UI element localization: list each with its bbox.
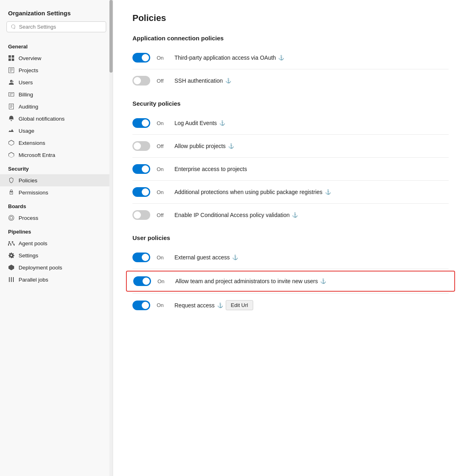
- sidebar-item-agent-pools[interactable]: Agent pools: [0, 237, 113, 249]
- sidebar-item-permissions[interactable]: Permissions: [0, 186, 113, 198]
- sidebar-item-extensions[interactable]: Extensions: [0, 137, 113, 149]
- section-header-security: Security: [0, 161, 113, 174]
- label-invite-users: Allow team and project administrators to…: [175, 278, 326, 284]
- toggle-log-audit[interactable]: [132, 118, 150, 128]
- policy-row-public-projects: Off Allow public projects ⚓: [132, 136, 449, 156]
- link-icon-ip-conditional[interactable]: ⚓: [292, 212, 298, 218]
- sidebar-item-global-notifications[interactable]: Global notifications: [0, 113, 113, 125]
- section-user-policies: User policies On External guest access ⚓…: [132, 234, 449, 315]
- toggle-public-projects[interactable]: [132, 141, 150, 151]
- sidebar-item-billing[interactable]: Billing: [0, 88, 113, 100]
- status-external-guest: On: [157, 255, 168, 261]
- sidebar-item-overview[interactable]: Overview: [0, 52, 113, 64]
- settings-icon: [8, 252, 15, 259]
- section-header-boards: Boards: [0, 198, 113, 212]
- sidebar-label-auditing: Auditing: [19, 104, 38, 110]
- label-ip-conditional: Enable IP Conditional Access policy vali…: [174, 212, 298, 218]
- toggle-package-registries[interactable]: [132, 187, 150, 197]
- status-request-access: On: [157, 302, 168, 308]
- toggle-ip-conditional[interactable]: [132, 210, 150, 220]
- link-icon-external-guest[interactable]: ⚓: [232, 255, 238, 260]
- label-public-projects: Allow public projects ⚓: [174, 143, 234, 149]
- sidebar-item-parallel-jobs[interactable]: Parallel jobs: [0, 273, 113, 286]
- sidebar-item-deployment-pools[interactable]: Deployment pools: [0, 261, 113, 273]
- policy-row-external-guest: On External guest access ⚓: [132, 248, 449, 267]
- sidebar-label-permissions: Permissions: [19, 190, 48, 196]
- policy-row-enterprise-access: On Enterprise access to projects: [132, 159, 449, 179]
- agent-pools-icon: [8, 240, 15, 246]
- policy-row-invite-users: On Allow team and project administrators…: [133, 276, 448, 286]
- status-log-audit: On: [157, 120, 168, 126]
- sidebar-label-parallel-jobs: Parallel jobs: [19, 277, 48, 283]
- sidebar-label-extensions: Extensions: [19, 140, 45, 146]
- section-app-connection: Application connection policies On Third…: [132, 35, 449, 90]
- sidebar-label-agent-pools: Agent pools: [19, 240, 47, 246]
- process-icon: [8, 215, 15, 221]
- policy-row-ssh: Off SSH authentication ⚓: [132, 71, 449, 90]
- sidebar-item-usage[interactable]: Usage: [0, 125, 113, 137]
- edit-url-button[interactable]: Edit Url: [226, 300, 254, 310]
- sidebar-title: Organization Settings: [0, 6, 113, 21]
- search-box[interactable]: [6, 21, 106, 32]
- section-title-user: User policies: [132, 234, 449, 241]
- link-icon-oauth[interactable]: ⚓: [278, 55, 284, 61]
- toggle-enterprise-access[interactable]: [132, 164, 150, 174]
- label-log-audit: Log Audit Events ⚓: [174, 120, 225, 126]
- sidebar-label-microsoft-entra: Microsoft Entra: [19, 152, 55, 158]
- status-enterprise-access: On: [157, 166, 168, 172]
- search-input[interactable]: [19, 24, 102, 30]
- grid-icon: [8, 55, 15, 61]
- sidebar-item-settings[interactable]: Settings: [0, 249, 113, 261]
- sidebar-item-process[interactable]: Process: [0, 212, 113, 224]
- toggle-oauth[interactable]: [132, 53, 150, 63]
- toggle-ssh[interactable]: [132, 76, 150, 86]
- link-icon-public-projects[interactable]: ⚓: [228, 143, 234, 149]
- status-oauth: On: [157, 55, 168, 61]
- section-security-policies: Security policies On Log Audit Events ⚓ …: [132, 100, 449, 225]
- status-package-registries: On: [157, 189, 168, 195]
- link-icon-package-registries[interactable]: ⚓: [325, 189, 331, 195]
- status-public-projects: Off: [157, 143, 168, 149]
- toggle-invite-users[interactable]: [133, 276, 151, 286]
- page-title: Policies: [132, 13, 449, 23]
- policies-icon: [8, 177, 15, 184]
- sidebar-item-projects[interactable]: Projects: [0, 64, 113, 76]
- link-icon-ssh[interactable]: ⚓: [225, 78, 231, 84]
- link-icon-invite-users[interactable]: ⚓: [320, 278, 326, 284]
- parallel-icon: [8, 276, 15, 283]
- link-icon-log-audit[interactable]: ⚓: [219, 120, 225, 126]
- label-enterprise-access: Enterprise access to projects: [174, 166, 247, 172]
- section-header-general: General: [0, 39, 113, 52]
- sidebar-label-deployment-pools: Deployment pools: [19, 265, 62, 271]
- notification-icon: [8, 115, 15, 122]
- policy-row-ip-conditional: Off Enable IP Conditional Access policy …: [132, 205, 449, 225]
- sidebar: Organization Settings General Overview P…: [0, 0, 113, 476]
- link-icon-request-access[interactable]: ⚓: [217, 303, 223, 308]
- sidebar-item-auditing[interactable]: Auditing: [0, 100, 113, 113]
- extensions-icon: [8, 140, 15, 146]
- sidebar-item-microsoft-entra[interactable]: Microsoft Entra: [0, 149, 113, 161]
- sidebar-item-users[interactable]: Users: [0, 76, 113, 88]
- billing-icon: [8, 91, 15, 98]
- label-request-access: Request access ⚓ Edit Url: [174, 300, 253, 310]
- policy-row-invite-users-highlighted: On Allow team and project administrators…: [126, 271, 455, 292]
- users-icon: [8, 79, 15, 86]
- section-header-pipelines: Pipelines: [0, 224, 113, 237]
- auditing-icon: [8, 103, 15, 110]
- label-oauth: Third-party application access via OAuth…: [174, 54, 284, 61]
- section-title-app-connection: Application connection policies: [132, 35, 449, 42]
- toggle-request-access[interactable]: [132, 301, 150, 310]
- policy-row-package-registries: On Additional protections when using pub…: [132, 182, 449, 202]
- policy-row-oauth: On Third-party application access via OA…: [132, 48, 449, 67]
- status-invite-users: On: [157, 278, 169, 284]
- entra-icon: [8, 152, 15, 158]
- sidebar-label-users: Users: [19, 79, 33, 86]
- sidebar-item-policies[interactable]: Policies: [0, 174, 113, 186]
- sidebar-label-overview: Overview: [19, 55, 41, 61]
- projects-icon: [8, 67, 15, 73]
- status-ip-conditional: Off: [157, 212, 168, 218]
- section-title-security: Security policies: [132, 100, 449, 107]
- toggle-external-guest[interactable]: [132, 253, 150, 262]
- sidebar-label-projects: Projects: [19, 67, 38, 73]
- label-ssh: SSH authentication ⚓: [174, 77, 231, 84]
